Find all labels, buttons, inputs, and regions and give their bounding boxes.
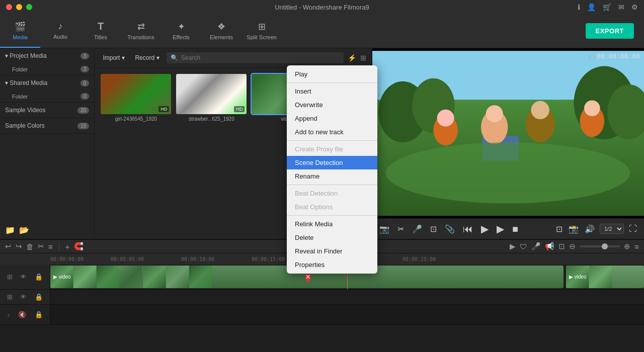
- ctx-relink[interactable]: Relink Media: [287, 217, 377, 231]
- shared-media-label: ▾ Shared Media: [5, 79, 47, 86]
- record-button[interactable]: Record ▾: [132, 52, 163, 63]
- shared-media-header[interactable]: ▾ Shared Media 0: [0, 75, 94, 91]
- svg-point-12: [531, 101, 549, 119]
- ctx-insert[interactable]: Insert: [287, 84, 377, 98]
- import-button[interactable]: Import ▾: [100, 52, 128, 63]
- maximize-button[interactable]: [26, 4, 32, 10]
- sample-colors-count: 15: [77, 123, 89, 129]
- zoom-slider-handle[interactable]: [602, 243, 608, 249]
- minimize-button[interactable]: [16, 4, 22, 10]
- cut-icon[interactable]: ✂: [396, 223, 405, 235]
- info-icon[interactable]: ℹ: [578, 3, 580, 11]
- ctx-reveal[interactable]: Reveal in Finder: [287, 244, 377, 258]
- rewind-button[interactable]: ⏮: [462, 222, 474, 236]
- camera-icon[interactable]: 📸: [568, 223, 580, 235]
- cart-icon[interactable]: 🛒: [603, 3, 611, 11]
- zoom-out-button[interactable]: ⊖: [569, 242, 576, 251]
- project-media-label: ▾ Project Media: [5, 52, 47, 59]
- ctx-add-to-track[interactable]: Add to new track: [287, 125, 377, 139]
- tab-elements[interactable]: ❖ Elements: [201, 14, 242, 48]
- ctx-properties[interactable]: Properties: [287, 258, 377, 272]
- fullscreen-icon[interactable]: ⛶: [628, 223, 638, 234]
- fit-view-icon[interactable]: ⊡: [555, 223, 564, 235]
- audio-mute-icon[interactable]: 🔇: [18, 311, 26, 318]
- track-eye-icon[interactable]: 👁: [20, 273, 27, 281]
- sample-videos-section: Sample Videos 20: [0, 103, 94, 118]
- transitions-icon: ⇄: [137, 21, 145, 32]
- ctx-append[interactable]: Append: [287, 112, 377, 125]
- delete-button[interactable]: 🗑: [26, 242, 34, 251]
- project-media-folder[interactable]: Folder 3: [0, 63, 94, 75]
- speaker-button[interactable]: 📢: [545, 242, 554, 251]
- track-eye-icon-2[interactable]: 👁: [20, 293, 27, 301]
- ctx-overwrite[interactable]: Overwrite: [287, 98, 377, 112]
- zoom-in-button[interactable]: ⊕: [624, 242, 630, 251]
- ruler-mark-3: 00:00:15:00: [252, 256, 285, 262]
- filter-icon[interactable]: ⚡: [348, 54, 356, 62]
- video-track-2: ⊞ 👁 🔒: [0, 290, 644, 305]
- ctx-play[interactable]: Play: [287, 67, 377, 81]
- user-icon[interactable]: 👤: [587, 3, 596, 11]
- sample-videos-count: 20: [77, 107, 89, 114]
- shared-media-folder[interactable]: Folder 0: [0, 91, 94, 102]
- tab-audio-label: Audio: [53, 34, 67, 40]
- new-folder-button[interactable]: 📁: [5, 225, 15, 235]
- voice-button[interactable]: 🎤: [531, 242, 541, 251]
- media-item-1[interactable]: HD strawber...625_1920: [176, 74, 247, 122]
- add-track-button[interactable]: +: [65, 242, 70, 251]
- shared-media-count: 0: [80, 80, 90, 86]
- import-folder-button[interactable]: 📂: [19, 225, 29, 235]
- project-media-header[interactable]: ▾ Project Media 3: [0, 48, 94, 63]
- mail-icon[interactable]: ✉: [618, 3, 624, 11]
- zoom-select[interactable]: 1/2 1/4 Full: [600, 224, 624, 234]
- audio-track-content: [50, 305, 644, 324]
- shared-folder-label: Folder: [12, 94, 28, 100]
- tab-splitscreen[interactable]: ⊞ Split Screen: [242, 14, 282, 48]
- play-step-button[interactable]: ▶: [496, 222, 505, 236]
- grid-icon[interactable]: ⊞: [360, 54, 366, 62]
- sample-videos-header[interactable]: Sample Videos 20: [0, 103, 94, 118]
- stop-button[interactable]: ■: [511, 222, 519, 236]
- track-lock-icon[interactable]: 🔒: [35, 273, 43, 281]
- pip-icon[interactable]: ⊡: [429, 223, 438, 235]
- ctx-sep-3: [287, 185, 377, 185]
- tab-audio[interactable]: ♪ Audio: [40, 14, 80, 48]
- ruler-mark-0: 00:00:00:00: [50, 256, 84, 262]
- ctx-sep-4: [287, 215, 377, 216]
- audio-icon: ♪: [58, 21, 63, 32]
- search-input[interactable]: [181, 54, 340, 61]
- media-item-0[interactable]: HD girl-2436545_1920: [101, 74, 171, 122]
- tab-titles[interactable]: T Titles: [80, 14, 121, 48]
- redo-button[interactable]: ↪: [16, 242, 22, 251]
- close-button[interactable]: [6, 4, 12, 10]
- snapshot-icon[interactable]: 📷: [378, 223, 390, 235]
- play-button[interactable]: ▶: [480, 222, 490, 236]
- ctx-delete[interactable]: Delete: [287, 231, 377, 244]
- track-clip-2[interactable]: ▶ video: [566, 266, 644, 288]
- export-button[interactable]: EXPORT: [586, 23, 634, 39]
- tab-transitions[interactable]: ⇄ Transitions: [121, 14, 161, 48]
- more-options-button[interactable]: ≡: [634, 242, 639, 251]
- more-button[interactable]: ≡: [48, 242, 53, 251]
- settings-icon[interactable]: ⚙: [631, 3, 638, 11]
- audio-track-button[interactable]: 🛡: [520, 242, 527, 251]
- preview-image: [372, 48, 644, 218]
- tab-splitscreen-label: Split Screen: [247, 34, 276, 40]
- volume-icon[interactable]: 🔊: [584, 223, 596, 235]
- tab-media[interactable]: 🎬 Media: [0, 14, 40, 48]
- audio-lock-icon[interactable]: 🔒: [35, 311, 43, 318]
- cut-clip-button[interactable]: ✂: [38, 242, 44, 251]
- add-media-icon[interactable]: 📎: [444, 223, 456, 235]
- track-view-button[interactable]: ▶: [510, 242, 516, 251]
- magnet-button[interactable]: 🧲: [74, 242, 84, 251]
- ctx-scene-detection[interactable]: Scene Detection: [287, 156, 377, 169]
- thumb-label-1: strawber...625_1920: [176, 116, 247, 122]
- sample-colors-section: Sample Colors 15: [0, 118, 94, 134]
- ctx-rename[interactable]: Rename: [287, 169, 377, 183]
- undo-button[interactable]: ↩: [5, 242, 12, 251]
- pip2-button[interactable]: ⊡: [558, 242, 565, 251]
- sample-colors-header[interactable]: Sample Colors 15: [0, 118, 94, 133]
- track-lock-icon-2[interactable]: 🔒: [35, 293, 43, 301]
- mic-icon[interactable]: 🎤: [411, 223, 423, 235]
- tab-effects[interactable]: ✦ Effects: [161, 14, 201, 48]
